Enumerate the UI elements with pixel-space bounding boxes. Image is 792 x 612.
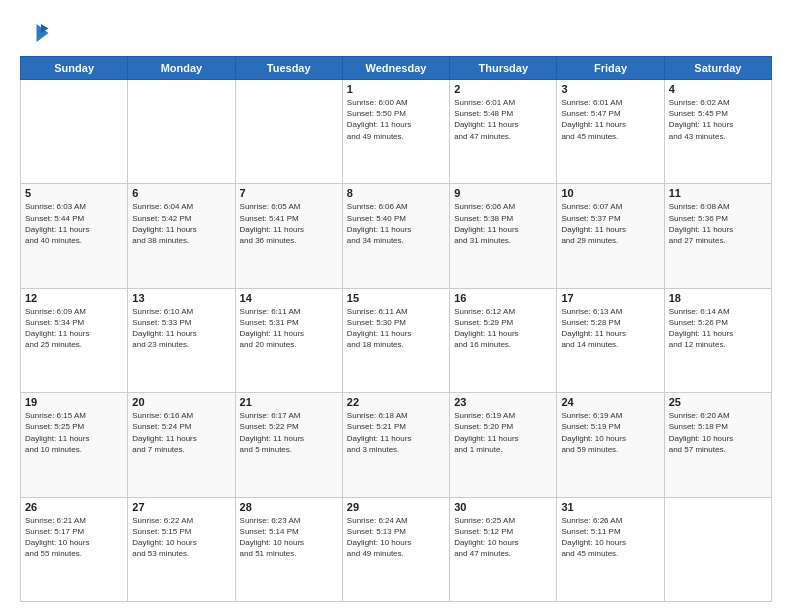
day-info: Sunrise: 6:26 AM Sunset: 5:11 PM Dayligh…: [561, 515, 659, 560]
day-number: 16: [454, 292, 552, 304]
calendar-week-5: 26Sunrise: 6:21 AM Sunset: 5:17 PM Dayli…: [21, 497, 772, 601]
day-info: Sunrise: 6:16 AM Sunset: 5:24 PM Dayligh…: [132, 410, 230, 455]
day-info: Sunrise: 6:17 AM Sunset: 5:22 PM Dayligh…: [240, 410, 338, 455]
calendar-cell: 20Sunrise: 6:16 AM Sunset: 5:24 PM Dayli…: [128, 393, 235, 497]
day-number: 5: [25, 187, 123, 199]
day-number: 11: [669, 187, 767, 199]
day-number: 19: [25, 396, 123, 408]
day-info: Sunrise: 6:02 AM Sunset: 5:45 PM Dayligh…: [669, 97, 767, 142]
day-number: 12: [25, 292, 123, 304]
day-info: Sunrise: 6:04 AM Sunset: 5:42 PM Dayligh…: [132, 201, 230, 246]
calendar-cell: 11Sunrise: 6:08 AM Sunset: 5:36 PM Dayli…: [664, 184, 771, 288]
day-number: 26: [25, 501, 123, 513]
day-number: 30: [454, 501, 552, 513]
calendar-cell: [664, 497, 771, 601]
calendar-cell: 16Sunrise: 6:12 AM Sunset: 5:29 PM Dayli…: [450, 288, 557, 392]
calendar-table: SundayMondayTuesdayWednesdayThursdayFrid…: [20, 56, 772, 602]
day-info: Sunrise: 6:11 AM Sunset: 5:30 PM Dayligh…: [347, 306, 445, 351]
day-info: Sunrise: 6:23 AM Sunset: 5:14 PM Dayligh…: [240, 515, 338, 560]
day-number: 22: [347, 396, 445, 408]
day-info: Sunrise: 6:13 AM Sunset: 5:28 PM Dayligh…: [561, 306, 659, 351]
day-number: 3: [561, 83, 659, 95]
calendar-cell: 14Sunrise: 6:11 AM Sunset: 5:31 PM Dayli…: [235, 288, 342, 392]
calendar-cell: 15Sunrise: 6:11 AM Sunset: 5:30 PM Dayli…: [342, 288, 449, 392]
calendar-cell: [235, 80, 342, 184]
calendar-week-1: 1Sunrise: 6:00 AM Sunset: 5:50 PM Daylig…: [21, 80, 772, 184]
day-info: Sunrise: 6:12 AM Sunset: 5:29 PM Dayligh…: [454, 306, 552, 351]
day-number: 21: [240, 396, 338, 408]
day-info: Sunrise: 6:08 AM Sunset: 5:36 PM Dayligh…: [669, 201, 767, 246]
calendar-body: 1Sunrise: 6:00 AM Sunset: 5:50 PM Daylig…: [21, 80, 772, 602]
column-header-saturday: Saturday: [664, 57, 771, 80]
day-info: Sunrise: 6:01 AM Sunset: 5:47 PM Dayligh…: [561, 97, 659, 142]
column-header-friday: Friday: [557, 57, 664, 80]
calendar-cell: [21, 80, 128, 184]
calendar-cell: 23Sunrise: 6:19 AM Sunset: 5:20 PM Dayli…: [450, 393, 557, 497]
day-info: Sunrise: 6:11 AM Sunset: 5:31 PM Dayligh…: [240, 306, 338, 351]
calendar-cell: 7Sunrise: 6:05 AM Sunset: 5:41 PM Daylig…: [235, 184, 342, 288]
calendar-cell: 1Sunrise: 6:00 AM Sunset: 5:50 PM Daylig…: [342, 80, 449, 184]
day-number: 4: [669, 83, 767, 95]
day-info: Sunrise: 6:05 AM Sunset: 5:41 PM Dayligh…: [240, 201, 338, 246]
calendar-cell: 4Sunrise: 6:02 AM Sunset: 5:45 PM Daylig…: [664, 80, 771, 184]
calendar-cell: 17Sunrise: 6:13 AM Sunset: 5:28 PM Dayli…: [557, 288, 664, 392]
column-header-sunday: Sunday: [21, 57, 128, 80]
calendar-cell: 3Sunrise: 6:01 AM Sunset: 5:47 PM Daylig…: [557, 80, 664, 184]
day-info: Sunrise: 6:18 AM Sunset: 5:21 PM Dayligh…: [347, 410, 445, 455]
calendar-cell: 30Sunrise: 6:25 AM Sunset: 5:12 PM Dayli…: [450, 497, 557, 601]
day-info: Sunrise: 6:06 AM Sunset: 5:40 PM Dayligh…: [347, 201, 445, 246]
column-header-monday: Monday: [128, 57, 235, 80]
day-info: Sunrise: 6:14 AM Sunset: 5:26 PM Dayligh…: [669, 306, 767, 351]
column-header-tuesday: Tuesday: [235, 57, 342, 80]
day-info: Sunrise: 6:21 AM Sunset: 5:17 PM Dayligh…: [25, 515, 123, 560]
day-info: Sunrise: 6:03 AM Sunset: 5:44 PM Dayligh…: [25, 201, 123, 246]
calendar-cell: 19Sunrise: 6:15 AM Sunset: 5:25 PM Dayli…: [21, 393, 128, 497]
day-number: 23: [454, 396, 552, 408]
day-number: 24: [561, 396, 659, 408]
day-number: 15: [347, 292, 445, 304]
day-info: Sunrise: 6:25 AM Sunset: 5:12 PM Dayligh…: [454, 515, 552, 560]
calendar-cell: 13Sunrise: 6:10 AM Sunset: 5:33 PM Dayli…: [128, 288, 235, 392]
calendar-cell: 9Sunrise: 6:06 AM Sunset: 5:38 PM Daylig…: [450, 184, 557, 288]
day-info: Sunrise: 6:22 AM Sunset: 5:15 PM Dayligh…: [132, 515, 230, 560]
day-info: Sunrise: 6:10 AM Sunset: 5:33 PM Dayligh…: [132, 306, 230, 351]
day-number: 17: [561, 292, 659, 304]
calendar-cell: 26Sunrise: 6:21 AM Sunset: 5:17 PM Dayli…: [21, 497, 128, 601]
day-number: 31: [561, 501, 659, 513]
day-info: Sunrise: 6:07 AM Sunset: 5:37 PM Dayligh…: [561, 201, 659, 246]
calendar-cell: 8Sunrise: 6:06 AM Sunset: 5:40 PM Daylig…: [342, 184, 449, 288]
day-number: 13: [132, 292, 230, 304]
day-number: 9: [454, 187, 552, 199]
day-number: 8: [347, 187, 445, 199]
day-number: 1: [347, 83, 445, 95]
day-number: 7: [240, 187, 338, 199]
column-header-wednesday: Wednesday: [342, 57, 449, 80]
day-info: Sunrise: 6:20 AM Sunset: 5:18 PM Dayligh…: [669, 410, 767, 455]
day-number: 10: [561, 187, 659, 199]
header: [20, 18, 772, 48]
day-info: Sunrise: 6:15 AM Sunset: 5:25 PM Dayligh…: [25, 410, 123, 455]
day-info: Sunrise: 6:01 AM Sunset: 5:48 PM Dayligh…: [454, 97, 552, 142]
calendar-cell: 24Sunrise: 6:19 AM Sunset: 5:19 PM Dayli…: [557, 393, 664, 497]
day-number: 20: [132, 396, 230, 408]
calendar-cell: 5Sunrise: 6:03 AM Sunset: 5:44 PM Daylig…: [21, 184, 128, 288]
day-info: Sunrise: 6:19 AM Sunset: 5:20 PM Dayligh…: [454, 410, 552, 455]
day-info: Sunrise: 6:00 AM Sunset: 5:50 PM Dayligh…: [347, 97, 445, 142]
calendar-cell: [128, 80, 235, 184]
day-info: Sunrise: 6:19 AM Sunset: 5:19 PM Dayligh…: [561, 410, 659, 455]
day-number: 28: [240, 501, 338, 513]
calendar-week-2: 5Sunrise: 6:03 AM Sunset: 5:44 PM Daylig…: [21, 184, 772, 288]
day-number: 6: [132, 187, 230, 199]
calendar-cell: 18Sunrise: 6:14 AM Sunset: 5:26 PM Dayli…: [664, 288, 771, 392]
day-info: Sunrise: 6:24 AM Sunset: 5:13 PM Dayligh…: [347, 515, 445, 560]
calendar-cell: 31Sunrise: 6:26 AM Sunset: 5:11 PM Dayli…: [557, 497, 664, 601]
logo-icon: [20, 18, 50, 48]
calendar-week-4: 19Sunrise: 6:15 AM Sunset: 5:25 PM Dayli…: [21, 393, 772, 497]
calendar-cell: 22Sunrise: 6:18 AM Sunset: 5:21 PM Dayli…: [342, 393, 449, 497]
calendar-cell: 21Sunrise: 6:17 AM Sunset: 5:22 PM Dayli…: [235, 393, 342, 497]
calendar-cell: 25Sunrise: 6:20 AM Sunset: 5:18 PM Dayli…: [664, 393, 771, 497]
calendar-cell: 2Sunrise: 6:01 AM Sunset: 5:48 PM Daylig…: [450, 80, 557, 184]
day-number: 25: [669, 396, 767, 408]
page: SundayMondayTuesdayWednesdayThursdayFrid…: [0, 0, 792, 612]
day-number: 18: [669, 292, 767, 304]
